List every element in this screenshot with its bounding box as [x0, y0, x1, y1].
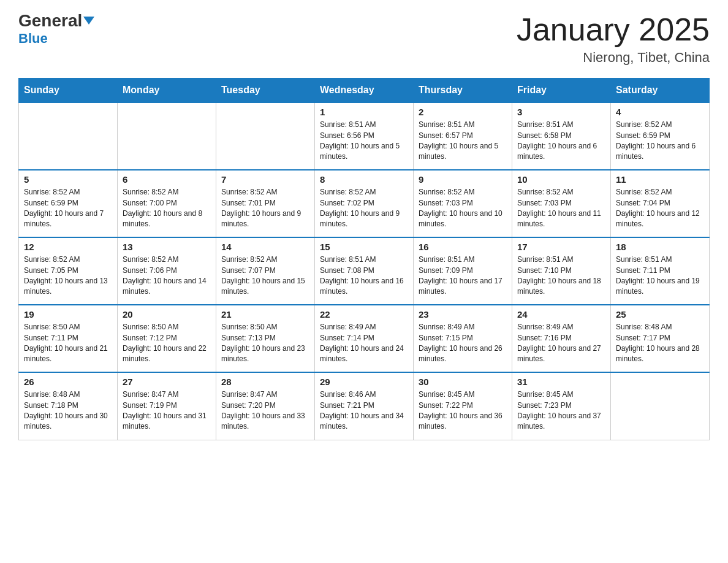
calendar-cell: 20Sunrise: 8:50 AM Sunset: 7:12 PM Dayli…	[118, 305, 216, 372]
calendar-cell: 17Sunrise: 8:51 AM Sunset: 7:10 PM Dayli…	[512, 237, 611, 305]
weekday-header-sunday: Sunday	[19, 79, 118, 103]
day-info: Sunrise: 8:51 AM Sunset: 7:08 PM Dayligh…	[320, 255, 408, 297]
day-number: 6	[123, 174, 211, 185]
day-number: 11	[616, 174, 704, 185]
month-title: January 2025	[517, 12, 710, 47]
day-number: 25	[616, 309, 704, 320]
day-number: 15	[320, 242, 408, 252]
day-number: 28	[221, 377, 309, 387]
calendar-cell	[19, 102, 118, 170]
calendar-cell: 26Sunrise: 8:48 AM Sunset: 7:18 PM Dayli…	[19, 372, 118, 440]
location: Nierong, Tibet, China	[517, 50, 710, 66]
day-info: Sunrise: 8:49 AM Sunset: 7:15 PM Dayligh…	[419, 322, 507, 365]
day-number: 19	[24, 309, 112, 320]
day-number: 12	[24, 242, 112, 252]
day-info: Sunrise: 8:52 AM Sunset: 7:07 PM Dayligh…	[221, 255, 309, 297]
page-header: General Blue January 2025 Nierong, Tibet…	[18, 12, 710, 66]
calendar-cell: 21Sunrise: 8:50 AM Sunset: 7:13 PM Dayli…	[216, 305, 315, 372]
calendar-cell: 27Sunrise: 8:47 AM Sunset: 7:19 PM Dayli…	[118, 372, 216, 440]
calendar-cell: 25Sunrise: 8:48 AM Sunset: 7:17 PM Dayli…	[611, 305, 710, 372]
logo-general: General	[18, 12, 94, 29]
day-number: 2	[419, 107, 507, 117]
calendar-cell: 23Sunrise: 8:49 AM Sunset: 7:15 PM Dayli…	[414, 305, 512, 372]
day-info: Sunrise: 8:45 AM Sunset: 7:22 PM Dayligh…	[419, 389, 507, 432]
calendar-cell: 19Sunrise: 8:50 AM Sunset: 7:11 PM Dayli…	[19, 305, 118, 372]
title-area: January 2025 Nierong, Tibet, China	[517, 12, 710, 66]
weekday-header-friday: Friday	[512, 79, 611, 103]
day-number: 21	[221, 309, 309, 320]
day-number: 5	[24, 174, 112, 185]
day-number: 16	[419, 242, 507, 252]
day-info: Sunrise: 8:48 AM Sunset: 7:17 PM Dayligh…	[616, 322, 704, 365]
calendar-cell: 15Sunrise: 8:51 AM Sunset: 7:08 PM Dayli…	[315, 237, 414, 305]
day-number: 29	[320, 377, 408, 387]
day-info: Sunrise: 8:51 AM Sunset: 7:09 PM Dayligh…	[419, 255, 507, 297]
day-info: Sunrise: 8:51 AM Sunset: 7:10 PM Dayligh…	[517, 255, 605, 297]
calendar-cell: 5Sunrise: 8:52 AM Sunset: 6:59 PM Daylig…	[19, 170, 118, 237]
weekday-header-wednesday: Wednesday	[315, 79, 414, 103]
calendar-cell: 29Sunrise: 8:46 AM Sunset: 7:21 PM Dayli…	[315, 372, 414, 440]
day-number: 26	[24, 377, 112, 387]
day-info: Sunrise: 8:52 AM Sunset: 6:59 PM Dayligh…	[24, 187, 112, 230]
calendar-cell: 24Sunrise: 8:49 AM Sunset: 7:16 PM Dayli…	[512, 305, 611, 372]
day-info: Sunrise: 8:52 AM Sunset: 7:01 PM Dayligh…	[221, 187, 309, 230]
day-number: 17	[517, 242, 605, 252]
day-info: Sunrise: 8:47 AM Sunset: 7:19 PM Dayligh…	[123, 389, 211, 432]
calendar-cell	[611, 372, 710, 440]
day-number: 4	[616, 107, 704, 117]
day-number: 30	[419, 377, 507, 387]
logo-blue: Blue	[18, 31, 48, 47]
calendar-week-4: 19Sunrise: 8:50 AM Sunset: 7:11 PM Dayli…	[19, 305, 710, 372]
day-number: 8	[320, 174, 408, 185]
day-info: Sunrise: 8:49 AM Sunset: 7:14 PM Dayligh…	[320, 322, 408, 365]
day-info: Sunrise: 8:52 AM Sunset: 7:05 PM Dayligh…	[24, 255, 112, 297]
calendar-week-1: 1Sunrise: 8:51 AM Sunset: 6:56 PM Daylig…	[19, 102, 710, 170]
day-info: Sunrise: 8:51 AM Sunset: 7:11 PM Dayligh…	[616, 255, 704, 297]
day-number: 9	[419, 174, 507, 185]
day-number: 24	[517, 309, 605, 320]
day-info: Sunrise: 8:51 AM Sunset: 6:58 PM Dayligh…	[517, 120, 605, 163]
calendar-cell: 1Sunrise: 8:51 AM Sunset: 6:56 PM Daylig…	[315, 102, 414, 170]
weekday-header-tuesday: Tuesday	[216, 79, 315, 103]
calendar-cell: 9Sunrise: 8:52 AM Sunset: 7:03 PM Daylig…	[414, 170, 512, 237]
calendar-cell: 14Sunrise: 8:52 AM Sunset: 7:07 PM Dayli…	[216, 237, 315, 305]
day-number: 31	[517, 377, 605, 387]
day-info: Sunrise: 8:50 AM Sunset: 7:12 PM Dayligh…	[123, 322, 211, 365]
day-info: Sunrise: 8:47 AM Sunset: 7:20 PM Dayligh…	[221, 389, 309, 432]
day-info: Sunrise: 8:48 AM Sunset: 7:18 PM Dayligh…	[24, 389, 112, 432]
day-info: Sunrise: 8:51 AM Sunset: 6:57 PM Dayligh…	[419, 120, 507, 163]
calendar-cell: 3Sunrise: 8:51 AM Sunset: 6:58 PM Daylig…	[512, 102, 611, 170]
day-info: Sunrise: 8:50 AM Sunset: 7:11 PM Dayligh…	[24, 322, 112, 365]
calendar-header-row: SundayMondayTuesdayWednesdayThursdayFrid…	[19, 79, 710, 103]
calendar-cell	[216, 102, 315, 170]
day-info: Sunrise: 8:52 AM Sunset: 7:03 PM Dayligh…	[419, 187, 507, 230]
day-info: Sunrise: 8:52 AM Sunset: 7:06 PM Dayligh…	[123, 255, 211, 297]
calendar-cell: 22Sunrise: 8:49 AM Sunset: 7:14 PM Dayli…	[315, 305, 414, 372]
day-number: 13	[123, 242, 211, 252]
weekday-header-thursday: Thursday	[414, 79, 512, 103]
calendar-cell	[118, 102, 216, 170]
day-number: 22	[320, 309, 408, 320]
day-info: Sunrise: 8:51 AM Sunset: 6:56 PM Dayligh…	[320, 120, 408, 163]
calendar-cell: 8Sunrise: 8:52 AM Sunset: 7:02 PM Daylig…	[315, 170, 414, 237]
calendar-table: SundayMondayTuesdayWednesdayThursdayFrid…	[18, 78, 710, 440]
calendar-cell: 16Sunrise: 8:51 AM Sunset: 7:09 PM Dayli…	[414, 237, 512, 305]
day-number: 27	[123, 377, 211, 387]
day-number: 14	[221, 242, 309, 252]
day-info: Sunrise: 8:52 AM Sunset: 7:00 PM Dayligh…	[123, 187, 211, 230]
day-number: 1	[320, 107, 408, 117]
weekday-header-monday: Monday	[118, 79, 216, 103]
calendar-cell: 31Sunrise: 8:45 AM Sunset: 7:23 PM Dayli…	[512, 372, 611, 440]
day-number: 7	[221, 174, 309, 185]
day-info: Sunrise: 8:46 AM Sunset: 7:21 PM Dayligh…	[320, 389, 408, 432]
day-number: 18	[616, 242, 704, 252]
day-info: Sunrise: 8:49 AM Sunset: 7:16 PM Dayligh…	[517, 322, 605, 365]
day-info: Sunrise: 8:52 AM Sunset: 7:04 PM Dayligh…	[616, 187, 704, 230]
day-info: Sunrise: 8:52 AM Sunset: 6:59 PM Dayligh…	[616, 120, 704, 163]
calendar-cell: 10Sunrise: 8:52 AM Sunset: 7:03 PM Dayli…	[512, 170, 611, 237]
day-number: 10	[517, 174, 605, 185]
calendar-cell: 7Sunrise: 8:52 AM Sunset: 7:01 PM Daylig…	[216, 170, 315, 237]
day-info: Sunrise: 8:52 AM Sunset: 7:02 PM Dayligh…	[320, 187, 408, 230]
day-info: Sunrise: 8:50 AM Sunset: 7:13 PM Dayligh…	[221, 322, 309, 365]
logo: General Blue	[18, 12, 94, 47]
